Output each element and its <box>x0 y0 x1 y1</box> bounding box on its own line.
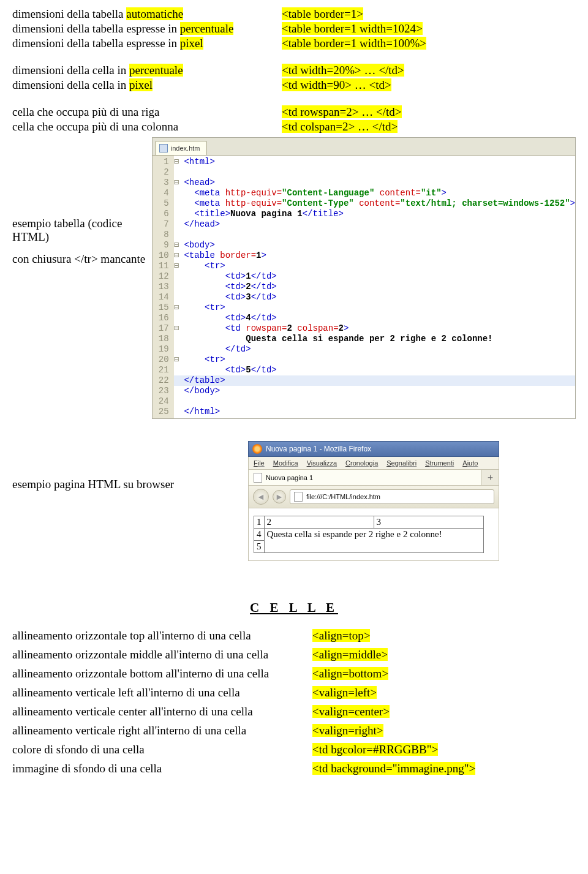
def-label: dimensioni della tabella automatiche <box>12 7 282 21</box>
def-code: <td rowspan=2> … </td> <box>282 105 564 119</box>
def-code: <td width=20%> … </td> <box>282 64 564 77</box>
def-code: <td colspan=2> … </td> <box>282 120 564 134</box>
cell-def-code: <valign=center> <box>312 705 390 718</box>
browser-viewport: 1 2 3 4 Questa cella si espande per 2 ri… <box>248 508 499 561</box>
def-label: dimensioni della cella in pixel <box>12 78 282 92</box>
firefox-icon <box>252 444 262 454</box>
browser-titlebar: Nuova pagina 1 - Mozilla Firefox <box>248 441 499 457</box>
def-label: dimensioni della tabella espresse in per… <box>12 22 282 36</box>
cell-def-label: allineamento orizzontale middle all'inte… <box>12 648 312 661</box>
window-title: Nuova pagina 1 - Mozilla Firefox <box>266 445 371 453</box>
back-button[interactable]: ◄ <box>253 489 269 505</box>
cell-span: Questa cella si espande per 2 righe e 2 … <box>264 529 483 553</box>
browser-tabstrip: Nuova pagina 1 ＋ <box>248 470 499 486</box>
forward-button[interactable]: ► <box>273 490 286 503</box>
code-area[interactable]: ⊟ <html> ⊟ <head> <meta http-equiv="Cont… <box>174 156 575 418</box>
cell: 3 <box>374 516 483 529</box>
menu-item[interactable]: Modifica <box>273 459 298 467</box>
menu-item[interactable]: File <box>254 459 265 467</box>
editor-tab-label: index.htm <box>171 145 200 152</box>
section-title: C E L L E <box>12 600 576 616</box>
cell-def-label: allineamento verticale center all'intern… <box>12 705 312 718</box>
cell-def-label: immagine di sfondo di una cella <box>12 762 312 775</box>
rendered-table: 1 2 3 4 Questa cella si espande per 2 ri… <box>254 516 484 553</box>
editor-tabbar: index.htm <box>152 137 576 156</box>
def-label: dimensioni della cella in percentuale <box>12 64 282 77</box>
cell-def-label: allineamento verticale right all'interno… <box>12 724 312 737</box>
browser-toolbar: ◄ ► file:///C:/HTML/index.htm <box>248 486 499 508</box>
cell: 2 <box>264 516 374 529</box>
cell-def-code: <valign=right> <box>312 724 383 737</box>
def-code: <table border=1 width=1024> <box>282 22 564 36</box>
cell: 1 <box>254 516 265 529</box>
menu-item[interactable]: Aiuto <box>462 459 478 467</box>
page-icon <box>294 492 303 502</box>
new-tab-button[interactable]: ＋ <box>481 470 499 485</box>
url-bar[interactable]: file:///C:/HTML/index.htm <box>290 489 494 504</box>
code-editor-screenshot: index.htm 123456789101112131415161718192… <box>152 137 576 419</box>
browser-menubar[interactable]: FileModificaVisualizzaCronologiaSegnalib… <box>248 457 499 470</box>
browser-tab-label: Nuova pagina 1 <box>266 474 313 481</box>
caption-code: esempio tabella (codice HTML) <box>12 217 152 244</box>
url-text: file:///C:/HTML/index.htm <box>306 493 380 500</box>
cell: 4 <box>254 529 265 541</box>
menu-item[interactable]: Visualizza <box>307 459 337 467</box>
editor-tab[interactable]: index.htm <box>155 141 207 155</box>
cell-def-label: allineamento orizzontale bottom all'inte… <box>12 667 312 680</box>
cell: 5 <box>254 541 265 553</box>
cell-def-label: colore di sfondo di una cella <box>12 743 312 756</box>
cell-def-code: <td background="immagine.png"> <box>312 762 475 775</box>
cell-def-code: <align=top> <box>312 629 370 642</box>
file-icon <box>159 144 168 153</box>
menu-item[interactable]: Segnalibri <box>386 459 417 467</box>
menu-item[interactable]: Strumenti <box>425 459 454 467</box>
cell-def-label: allineamento verticale left all'interno … <box>12 686 312 699</box>
browser-tab[interactable]: Nuova pagina 1 <box>249 470 481 485</box>
def-code: <td width=90> … <td> <box>282 78 564 92</box>
cell-def-code: <valign=left> <box>312 686 377 699</box>
def-label: dimensioni della tabella espresse in pix… <box>12 37 282 50</box>
cell-def-label: allineamento orizzontale top all'interno… <box>12 629 312 642</box>
def-code: <table border=1 width=100%> <box>282 37 564 50</box>
page-icon <box>254 473 262 483</box>
def-label: cella che occupa più di una colonna <box>12 120 282 134</box>
cell-def-code: <align=middle> <box>312 648 388 661</box>
menu-item[interactable]: Cronologia <box>345 459 378 467</box>
def-code: <table border=1> <box>282 7 564 21</box>
browser-screenshot: Nuova pagina 1 - Mozilla Firefox FileMod… <box>248 441 499 561</box>
line-gutter: 1234567891011121314151617181920212223242… <box>153 156 174 418</box>
cell-def-code: <align=bottom> <box>312 667 388 680</box>
caption-code2: con chiusura </tr> mancante <box>12 252 152 266</box>
cell-def-code: <td bgcolor=#RRGGBB"> <box>312 743 438 756</box>
def-label: cella che occupa più di una riga <box>12 105 282 119</box>
caption-browser: esempio pagina HTML su browser <box>12 441 248 491</box>
